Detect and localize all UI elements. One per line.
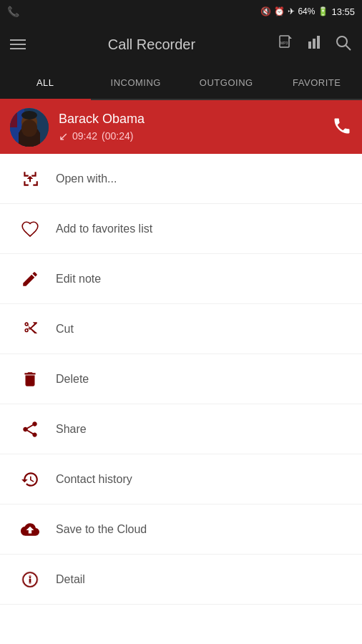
contact-info: Barack Obama ↙ 09:42 (00:24) bbox=[59, 112, 322, 143]
menu-item-cut[interactable]: Cut bbox=[0, 304, 362, 354]
menu-item-open-with[interactable]: Open with... bbox=[0, 154, 362, 204]
menu-item-add-favorites[interactable]: Add to favorites list bbox=[0, 204, 362, 254]
tab-incoming[interactable]: INCOMING bbox=[91, 66, 182, 99]
history-icon bbox=[17, 470, 43, 489]
edit-note-label: Edit note bbox=[56, 273, 101, 286]
incoming-arrow-icon: ↙ bbox=[59, 130, 68, 143]
tab-bar: ALL INCOMING OUTGOING FAVORITE bbox=[0, 66, 362, 100]
delete-icon bbox=[17, 370, 43, 389]
battery-icon: 🔋 bbox=[318, 6, 328, 16]
open-with-icon bbox=[17, 170, 43, 188]
svg-rect-2 bbox=[308, 42, 311, 49]
phone-status-icon: 📞 bbox=[7, 6, 19, 17]
edit-icon bbox=[17, 270, 43, 288]
airplane-icon: ✈ bbox=[288, 6, 295, 16]
save-cloud-label: Save to the Cloud bbox=[56, 523, 147, 536]
status-bar-left: 📞 bbox=[7, 6, 19, 17]
avatar bbox=[10, 108, 49, 147]
call-button[interactable] bbox=[332, 116, 352, 139]
share-label: Share bbox=[56, 423, 87, 436]
cut-icon bbox=[17, 320, 43, 338]
svg-point-5 bbox=[337, 36, 347, 47]
tab-all[interactable]: ALL bbox=[0, 66, 91, 99]
contact-name: Barack Obama bbox=[59, 112, 322, 127]
svg-text:MP3: MP3 bbox=[280, 41, 288, 45]
svg-rect-4 bbox=[317, 36, 320, 49]
hamburger-icon[interactable] bbox=[10, 39, 26, 49]
contact-time-row: ↙ 09:42 (00:24) bbox=[59, 130, 322, 143]
svg-rect-12 bbox=[19, 132, 40, 147]
time-display: 13:55 bbox=[331, 6, 355, 17]
menu-item-edit-note[interactable]: Edit note bbox=[0, 254, 362, 304]
svg-rect-3 bbox=[313, 39, 315, 49]
search-icon[interactable] bbox=[335, 34, 352, 55]
chart-icon[interactable] bbox=[306, 34, 323, 54]
svg-line-6 bbox=[346, 45, 351, 50]
share-icon bbox=[17, 420, 43, 439]
mute-icon: 🔇 bbox=[260, 6, 271, 16]
add-favorites-label: Add to favorites list bbox=[56, 223, 152, 235]
contact-header: Barack Obama ↙ 09:42 (00:24) bbox=[0, 100, 362, 154]
cut-label: Cut bbox=[56, 323, 74, 336]
status-bar: 📞 🔇 ⏰ ✈ 64% 🔋 13:55 bbox=[0, 0, 362, 23]
svg-rect-13 bbox=[27, 132, 31, 147]
call-time: 09:42 bbox=[72, 130, 97, 142]
alarm-icon: ⏰ bbox=[274, 6, 285, 16]
menu-item-share[interactable]: Share bbox=[0, 404, 362, 454]
svg-rect-14 bbox=[27, 132, 31, 136]
battery-label: 64% bbox=[298, 6, 315, 16]
svg-rect-17 bbox=[29, 576, 31, 577]
svg-rect-16 bbox=[29, 578, 31, 582]
tab-outgoing[interactable]: OUTGOING bbox=[181, 66, 272, 99]
detail-label: Detail bbox=[56, 573, 85, 586]
menu-item-detail[interactable]: Detail bbox=[0, 555, 362, 605]
context-menu: Open with... Add to favorites list Edit … bbox=[0, 154, 362, 605]
info-icon bbox=[17, 570, 43, 589]
open-with-label: Open with... bbox=[56, 172, 117, 185]
app-bar: Call Recorder MP3 bbox=[0, 23, 362, 66]
menu-item-save-cloud[interactable]: Save to the Cloud bbox=[0, 504, 362, 555]
mp3-icon[interactable]: MP3 bbox=[278, 34, 295, 54]
contact-history-label: Contact history bbox=[56, 473, 132, 486]
tab-favorite[interactable]: FAVORITE bbox=[272, 66, 363, 99]
app-title: Call Recorder bbox=[37, 36, 266, 53]
svg-point-11 bbox=[21, 111, 37, 119]
menu-item-delete[interactable]: Delete bbox=[0, 354, 362, 404]
heart-icon bbox=[17, 220, 43, 238]
svg-rect-9 bbox=[10, 108, 17, 127]
status-bar-right: 🔇 ⏰ ✈ 64% 🔋 13:55 bbox=[260, 6, 355, 17]
avatar-image bbox=[10, 108, 49, 147]
menu-item-contact-history[interactable]: Contact history bbox=[0, 454, 362, 504]
delete-label: Delete bbox=[56, 373, 89, 386]
call-duration: (00:24) bbox=[102, 130, 133, 142]
cloud-upload-icon bbox=[17, 520, 43, 539]
